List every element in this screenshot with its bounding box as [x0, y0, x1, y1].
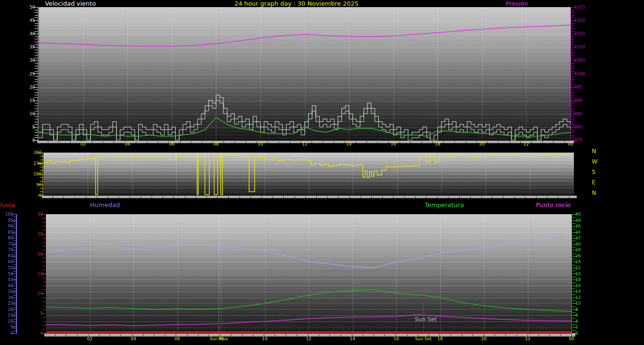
x-axis-tick-label: 00	[568, 142, 573, 146]
left_outer-axis-tick-label: 75	[2, 242, 13, 246]
left_outer-axis-tick-label: 50	[2, 272, 13, 276]
left_outer-axis-tick-label: 70	[2, 247, 13, 252]
compass-letter: N	[592, 191, 596, 195]
right-axis-tick-label: 975	[574, 138, 589, 143]
left-axis-tick-label: 0	[29, 193, 42, 198]
right-axis-tick-label: 32	[575, 236, 588, 240]
left-axis-tick-label: 35	[24, 45, 35, 49]
right-axis-tick-label: 990	[574, 98, 589, 103]
humidity-left-axis-line	[16, 214, 17, 334]
left_inner-axis-tick-label: 10	[32, 291, 43, 296]
x-axis-tick-label: 18	[438, 336, 443, 341]
right-axis-tick-label: 980	[574, 125, 589, 129]
direction-xaxis-strip	[42, 196, 577, 199]
left_inner-axis-tick-label: 25	[32, 232, 43, 236]
x-axis-tick-label: 06	[169, 142, 174, 146]
left_outer-axis-tick-label: 30	[2, 295, 13, 300]
left-axis-tick-label: 360	[29, 150, 42, 155]
x-axis-tick-label: 14	[350, 336, 355, 341]
right-axis-tick-label: 40	[575, 212, 588, 217]
left_outer-axis-tick-label: 0	[2, 331, 13, 336]
left_inner-axis-tick-label: 15	[32, 272, 43, 276]
x-axis-tick-label: 20	[479, 142, 484, 146]
compass-letter: N	[592, 149, 596, 154]
right-axis-tick-label: 1005	[574, 58, 589, 63]
x-axis-tick-label: 16	[394, 336, 399, 341]
x-axis-tick-label: 00	[569, 336, 574, 341]
left_outer-axis-tick-label: 65	[2, 254, 13, 258]
right-axis-tick-label: 2	[575, 325, 588, 329]
left_inner-axis-tick-label: 30	[32, 212, 43, 217]
right-axis-tick-label: 28	[575, 247, 588, 252]
x-axis-tick-label: 10	[262, 336, 268, 341]
humidity-temperature-chart-canvas	[46, 214, 572, 333]
right-axis-tick-label: 985	[574, 111, 589, 116]
right-axis-tick-label: 4	[575, 319, 588, 324]
right-axis-tick-label: 1000	[574, 72, 589, 76]
sun-event-label: Sun Set	[415, 336, 431, 341]
left-axis-tick-label: 50	[24, 5, 35, 9]
right-axis-tick-label: 22	[575, 265, 588, 270]
x-axis-tick-label: 06	[175, 336, 180, 341]
left_outer-axis-tick-label: 20	[2, 307, 13, 312]
x-axis-tick-label: 18	[435, 142, 440, 146]
right-axis-tick-label: 38	[575, 218, 588, 223]
x-axis-tick-label: 10	[258, 142, 263, 146]
right-axis-tick-label: 1010	[574, 45, 589, 49]
left-axis-tick-label: 180	[29, 172, 42, 176]
right-axis-tick-label: 14	[575, 289, 588, 294]
left-axis-tick-label: 30	[24, 58, 35, 63]
wind-speed-title: Velocidad viento	[45, 0, 96, 7]
sunset-annotation: Sun Set	[415, 317, 437, 322]
left_inner-axis-tick-label: 20	[32, 252, 43, 256]
left_outer-axis-tick-label: 85	[2, 230, 13, 235]
left_outer-axis-tick-label: 10	[2, 319, 13, 324]
right-axis-tick-label: 6	[575, 313, 588, 318]
wind-direction-chart-canvas	[44, 153, 574, 195]
right-axis-tick-label: 8	[575, 307, 588, 312]
left_outer-axis-tick-label: 90	[2, 224, 13, 228]
x-axis-tick-label: 16	[391, 142, 396, 146]
x-axis-tick-label: 04	[125, 142, 130, 146]
x-axis-tick-label: 04	[131, 336, 136, 341]
right-axis-tick-label: 20	[575, 272, 588, 276]
x-axis-tick-label: 02	[80, 142, 86, 146]
left_outer-axis-tick-label: 100	[2, 212, 13, 217]
left_outer-axis-tick-label: 80	[2, 236, 13, 240]
dew-point-label: Punto rocío	[536, 201, 571, 209]
x-axis-tick-label: 20	[481, 336, 486, 341]
wind-pressure-plot	[39, 7, 571, 140]
left_outer-axis-tick-label: 60	[2, 259, 13, 264]
right-axis-tick-label: 10	[575, 301, 588, 306]
left_outer-axis-tick-label: 25	[2, 301, 13, 306]
right-axis-tick-label: 30	[575, 242, 588, 246]
right-axis-tick-label: 995	[574, 85, 589, 90]
pressure-right-axis-line	[571, 7, 571, 141]
sun-event-label: Sun Rise	[210, 336, 228, 341]
left-axis-tick-label: 15	[24, 98, 35, 103]
left-axis-tick-label: 25	[24, 72, 35, 76]
left-axis-tick-label: 20	[24, 85, 35, 90]
right-axis-tick-label: 0	[575, 331, 588, 336]
x-axis-tick-label: 22	[524, 142, 529, 146]
weather-24h-graph-window: Velocidad viento 24 hour graph day : 30 …	[0, 0, 644, 345]
temperature-right-axis-line	[572, 214, 572, 334]
left_inner-axis-tick-label: 5	[32, 311, 43, 316]
x-axis-tick-label: 02	[87, 336, 92, 341]
right-axis-tick-label: 1020	[574, 18, 589, 23]
left-axis-tick-label: 45	[24, 18, 35, 23]
x-axis-tick-label: 08	[214, 142, 219, 146]
humidity-temperature-plot	[46, 214, 572, 333]
rain-label: lluvia	[0, 201, 15, 209]
compass-letter: E	[592, 180, 596, 185]
left-axis-tick-label: 5	[24, 125, 35, 129]
left_inner-axis-tick-label: 0	[32, 331, 43, 336]
left-axis-tick-label: 40	[24, 31, 35, 36]
humidity-label: Humedad	[90, 201, 120, 209]
wind-left-axis-line	[38, 7, 38, 141]
right-axis-tick-label: 1015	[574, 31, 589, 36]
left-axis-tick-label: 0	[24, 138, 35, 143]
left_outer-axis-tick-label: 15	[2, 313, 13, 318]
left-axis-tick-label: 90	[29, 182, 42, 187]
x-axis-tick-label: 14	[346, 142, 351, 146]
